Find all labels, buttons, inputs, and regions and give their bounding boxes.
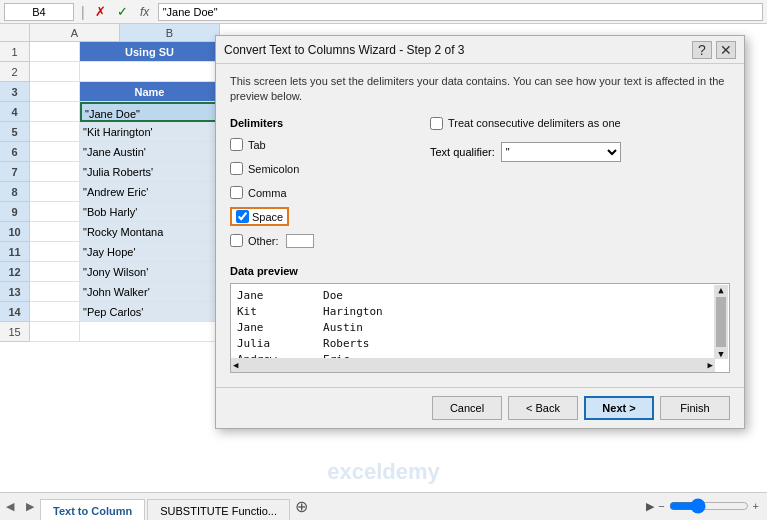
- consecutive-checkbox[interactable]: [430, 117, 443, 130]
- row-1[interactable]: 1: [0, 42, 30, 62]
- qualifier-row: Text qualifier: " ' {none}: [430, 142, 730, 162]
- space-highlight: Space: [230, 207, 289, 226]
- comma-checkbox[interactable]: [230, 186, 243, 199]
- dialog-controls: ? ✕: [692, 41, 736, 59]
- tab-scroll-right[interactable]: ▶: [20, 493, 40, 521]
- cell-a6[interactable]: [30, 142, 80, 162]
- formula-cancel-icon[interactable]: ✗: [92, 3, 110, 21]
- preview-line-4: Julia Roberts: [237, 336, 723, 352]
- row-13[interactable]: 13: [0, 282, 30, 302]
- preview-hscroll[interactable]: ◀ ▶: [231, 358, 715, 372]
- fx-icon[interactable]: fx: [136, 3, 154, 21]
- row-6[interactable]: 6: [0, 142, 30, 162]
- row-headers: 1 2 3 4 5 6 7 8 9 10 11 12 13 14 15: [0, 42, 30, 342]
- row-11[interactable]: 11: [0, 242, 30, 262]
- cell-b9[interactable]: "Bob Harly': [80, 202, 220, 222]
- cell-a15[interactable]: [30, 322, 80, 342]
- row-7[interactable]: 7: [0, 162, 30, 182]
- comma-label: Comma: [248, 187, 287, 199]
- cell-b1[interactable]: Using SU: [80, 42, 220, 62]
- preview-vscroll[interactable]: ▲ ▼: [714, 285, 728, 359]
- row-14[interactable]: 14: [0, 302, 30, 322]
- tab-checkbox-row: Tab: [230, 135, 410, 155]
- col-a: [30, 42, 80, 342]
- column-headers: A B: [0, 24, 220, 42]
- space-checkbox[interactable]: [236, 210, 249, 223]
- row-12[interactable]: 12: [0, 262, 30, 282]
- cell-b6[interactable]: "Jane Austin': [80, 142, 220, 162]
- cell-b7[interactable]: "Julia Roberts': [80, 162, 220, 182]
- cell-b2[interactable]: [80, 62, 220, 82]
- name-box[interactable]: [4, 3, 74, 21]
- cell-a11[interactable]: [30, 242, 80, 262]
- cell-a2[interactable]: [30, 62, 80, 82]
- corner-cell: [0, 24, 30, 41]
- col-header-b[interactable]: B: [120, 24, 220, 41]
- formula-confirm-icon[interactable]: ✓: [114, 3, 132, 21]
- cell-a1[interactable]: [30, 42, 80, 62]
- formula-input[interactable]: [158, 3, 763, 21]
- tab-checkbox[interactable]: [230, 138, 243, 151]
- dialog-title: Convert Text to Columns Wizard - Step 2 …: [224, 43, 465, 57]
- row-15[interactable]: 15: [0, 322, 30, 342]
- space-checkbox-row: Space: [230, 207, 410, 227]
- tab-scroll-left[interactable]: ◀: [0, 493, 20, 521]
- cell-b8[interactable]: "Andrew Eric': [80, 182, 220, 202]
- zoom-out[interactable]: −: [658, 500, 664, 512]
- add-sheet-button[interactable]: ⊕: [292, 497, 312, 517]
- row-9[interactable]: 9: [0, 202, 30, 222]
- cell-a5[interactable]: [30, 122, 80, 142]
- row-4[interactable]: 4: [0, 102, 30, 122]
- cell-b10[interactable]: "Rocky Montana: [80, 222, 220, 242]
- sheet-tab-substitute[interactable]: SUBSTITUTE Functio...: [147, 499, 290, 521]
- tab-label: Tab: [248, 139, 266, 151]
- zoom-in[interactable]: +: [753, 500, 759, 512]
- cell-b14[interactable]: "Pep Carlos': [80, 302, 220, 322]
- dialog-footer: Cancel < Back Next > Finish: [216, 387, 744, 428]
- cell-b4[interactable]: "Jane Doe": [80, 102, 220, 122]
- row-5[interactable]: 5: [0, 122, 30, 142]
- cell-a13[interactable]: [30, 282, 80, 302]
- dialog-help-button[interactable]: ?: [692, 41, 712, 59]
- qualifier-select[interactable]: " ' {none}: [501, 142, 621, 162]
- col-header-a[interactable]: A: [30, 24, 120, 41]
- cell-b13[interactable]: "John Walker': [80, 282, 220, 302]
- row-8[interactable]: 8: [0, 182, 30, 202]
- other-label: Other:: [248, 235, 279, 247]
- row-3[interactable]: 3: [0, 82, 30, 102]
- other-input[interactable]: [286, 234, 314, 248]
- cell-a10[interactable]: [30, 222, 80, 242]
- cell-a4[interactable]: [30, 102, 80, 122]
- cell-a14[interactable]: [30, 302, 80, 322]
- cell-a7[interactable]: [30, 162, 80, 182]
- next-button[interactable]: Next >: [584, 396, 654, 420]
- grid-body: 1 2 3 4 5 6 7 8 9 10 11 12 13 14 15: [0, 42, 220, 342]
- dialog-titlebar: Convert Text to Columns Wizard - Step 2 …: [216, 36, 744, 64]
- sheet-tab-text-to-column[interactable]: Text to Column: [40, 499, 145, 521]
- cell-b11[interactable]: "Jay Hope': [80, 242, 220, 262]
- back-button[interactable]: < Back: [508, 396, 578, 420]
- finish-button[interactable]: Finish: [660, 396, 730, 420]
- cancel-button[interactable]: Cancel: [432, 396, 502, 420]
- semicolon-checkbox-row: Semicolon: [230, 159, 410, 179]
- row-10[interactable]: 10: [0, 222, 30, 242]
- delimiters-left: Delimiters Tab Semicolon Comma Space: [230, 117, 410, 255]
- grid: A B 1 2 3 4 5 6 7 8 9 10 11 12 13 14 15: [0, 24, 220, 454]
- cell-b15[interactable]: [80, 322, 220, 342]
- cell-b12[interactable]: "Jony Wilson': [80, 262, 220, 282]
- cell-a3[interactable]: [30, 82, 80, 102]
- cell-b5[interactable]: "Kit Harington': [80, 122, 220, 142]
- cell-a8[interactable]: [30, 182, 80, 202]
- cell-a9[interactable]: [30, 202, 80, 222]
- watermark: exceldemy: [327, 459, 440, 485]
- cell-a12[interactable]: [30, 262, 80, 282]
- other-checkbox[interactable]: [230, 234, 243, 247]
- cell-b3[interactable]: Name: [80, 82, 220, 102]
- row-2[interactable]: 2: [0, 62, 30, 82]
- zoom-slider[interactable]: [669, 498, 749, 514]
- formula-bar: | ✗ ✓ fx: [0, 0, 767, 24]
- consecutive-label: Treat consecutive delimiters as one: [448, 117, 621, 129]
- data-preview-box: Jane Doe Kit Harington Jane Austin Julia…: [230, 283, 730, 373]
- dialog-close-button[interactable]: ✕: [716, 41, 736, 59]
- semicolon-checkbox[interactable]: [230, 162, 243, 175]
